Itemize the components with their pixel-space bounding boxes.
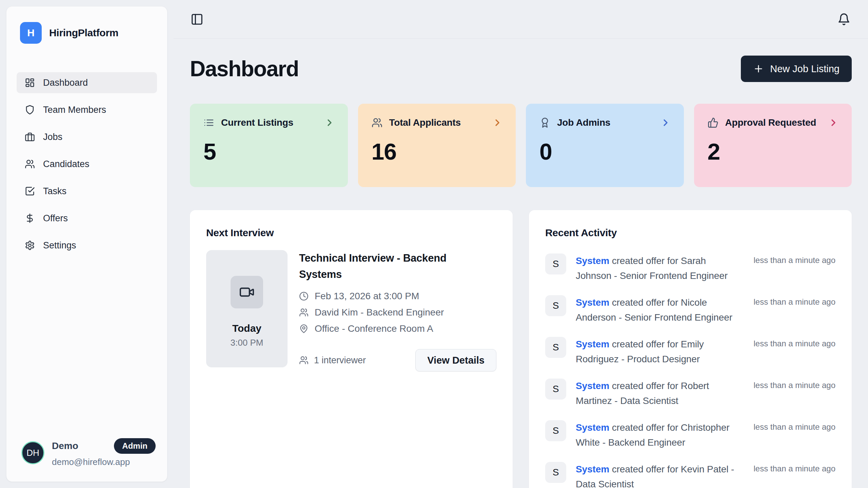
stat-value: 2: [708, 138, 839, 165]
video-camera-icon: [239, 284, 255, 300]
sidebar-item[interactable]: Team Members: [17, 99, 157, 120]
users-icon: [372, 117, 382, 128]
interview-time: 3:00 PM: [231, 338, 263, 348]
sidebar: H HiringPlatform Dashboard Team Members …: [6, 6, 167, 482]
interview-candidate: David Kim - Backend Engineer: [315, 307, 444, 318]
main-area: Dashboard New Job Listing Current Listin…: [174, 0, 868, 488]
activity-timestamp: less than a minute ago: [754, 295, 836, 307]
notifications-bell-button[interactable]: [837, 13, 850, 26]
users-icon: [25, 159, 35, 169]
activity-text: System created offer for Sarah Johnson -…: [576, 253, 744, 283]
activity-avatar: S: [545, 420, 566, 441]
brand: H HiringPlatform: [17, 16, 157, 47]
stat-cards: Current Listings 5 Total Applicants 16 J…: [190, 104, 852, 187]
activity-timestamp: less than a minute ago: [754, 337, 836, 348]
view-details-button[interactable]: View Details: [415, 349, 496, 371]
activity-actor: System: [576, 297, 609, 308]
sidebar-item-label: Candidates: [43, 159, 90, 169]
recent-activity-title: Recent Activity: [545, 227, 835, 239]
activity-text: System created offer for Christopher Whi…: [576, 420, 744, 450]
activity-actor: System: [576, 256, 609, 266]
stat-label: Job Admins: [557, 117, 610, 128]
activity-avatar: S: [545, 253, 566, 274]
sidebar-item[interactable]: Dashboard: [17, 72, 157, 93]
list-icon: [203, 117, 214, 128]
activity-item: S System created offer for Emily Rodrigu…: [545, 337, 835, 367]
stat-card[interactable]: Current Listings 5: [190, 104, 348, 187]
activity-item: S System created offer for Christopher W…: [545, 420, 835, 450]
chevron-right-icon: [324, 117, 335, 128]
sidebar-item[interactable]: Offers: [17, 208, 157, 229]
sidebar-item-label: Offers: [43, 213, 68, 224]
sidebar-toggle-button[interactable]: [191, 13, 203, 26]
sidebar-nav: Dashboard Team Members Jobs Candidates T…: [17, 72, 157, 256]
interview-datetime: Feb 13, 2026 at 3:00 PM: [315, 291, 419, 302]
sidebar-item-label: Dashboard: [43, 78, 88, 88]
activity-text: System created offer for Kevin Patel - D…: [576, 462, 744, 488]
activity-list: S System created offer for Sarah Johnson…: [545, 253, 835, 488]
role-badge: Admin: [114, 438, 156, 454]
next-interview-panel: Next Interview Today 3:00 PM Technical I…: [190, 210, 513, 488]
sidebar-item-label: Tasks: [43, 186, 66, 197]
activity-item: S System created offer for Kevin Patel -…: [545, 462, 835, 488]
activity-avatar: S: [545, 462, 566, 483]
stat-card[interactable]: Total Applicants 16: [358, 104, 516, 187]
interview-day: Today: [232, 323, 261, 334]
activity-timestamp: less than a minute ago: [754, 253, 836, 265]
activity-item: S System created offer for Robert Martin…: [545, 379, 835, 408]
shield-icon: [25, 105, 35, 115]
stat-card[interactable]: Job Admins 0: [526, 104, 684, 187]
stat-card[interactable]: Approval Requested 2: [694, 104, 852, 187]
sidebar-item[interactable]: Settings: [17, 235, 157, 256]
gear-icon: [25, 240, 35, 250]
video-tile: [231, 276, 263, 308]
chevron-right-icon: [828, 117, 839, 128]
users-icon: [299, 308, 309, 317]
activity-avatar: S: [545, 379, 566, 400]
stat-label: Current Listings: [221, 117, 293, 128]
sidebar-item-label: Team Members: [43, 105, 106, 115]
clock-icon: [299, 291, 309, 301]
sidebar-item[interactable]: Candidates: [17, 154, 157, 175]
user-name: Demo: [52, 441, 78, 451]
user-footer[interactable]: DH Demo Admin demo@hireflow.app: [17, 435, 157, 472]
chevron-right-icon: [492, 117, 503, 128]
dashboard-icon: [25, 78, 35, 88]
task-check-icon: [25, 186, 35, 196]
stat-value: 0: [539, 138, 671, 165]
page-title: Dashboard: [190, 56, 299, 81]
stat-label: Approval Requested: [725, 117, 816, 128]
activity-text: System created offer for Nicole Anderson…: [576, 295, 744, 325]
sidebar-item[interactable]: Tasks: [17, 181, 157, 202]
brand-logo: H: [20, 22, 42, 44]
activity-actor: System: [576, 422, 609, 433]
activity-item: S System created offer for Nicole Anders…: [545, 295, 835, 325]
recent-activity-panel: Recent Activity S System created offer f…: [529, 210, 852, 488]
brand-name: HiringPlatform: [49, 27, 118, 39]
activity-text: System created offer for Emily Rodriguez…: [576, 337, 744, 367]
stat-value: 16: [372, 138, 503, 165]
topbar: [174, 0, 868, 39]
user-email: demo@hireflow.app: [52, 457, 156, 467]
award-icon: [539, 117, 550, 128]
activity-text: System created offer for Robert Martinez…: [576, 379, 744, 408]
next-interview-title: Next Interview: [206, 227, 496, 239]
activity-avatar: S: [545, 295, 566, 316]
activity-timestamp: less than a minute ago: [754, 420, 836, 432]
stat-label: Total Applicants: [389, 117, 461, 128]
dollar-icon: [25, 213, 35, 223]
sidebar-item[interactable]: Jobs: [17, 126, 157, 147]
activity-actor: System: [576, 381, 609, 391]
sidebar-item-label: Settings: [43, 240, 76, 251]
users-icon: [299, 355, 309, 365]
thumbs-up-icon: [708, 117, 718, 128]
chevron-right-icon: [660, 117, 671, 128]
activity-timestamp: less than a minute ago: [754, 379, 836, 390]
interview-location: Office - Conference Room A: [315, 323, 433, 334]
map-pin-icon: [299, 324, 309, 333]
plus-icon: [753, 63, 764, 74]
avatar: DH: [21, 441, 44, 464]
activity-avatar: S: [545, 337, 566, 358]
activity-timestamp: less than a minute ago: [754, 462, 836, 473]
new-job-listing-button[interactable]: New Job Listing: [741, 56, 852, 82]
